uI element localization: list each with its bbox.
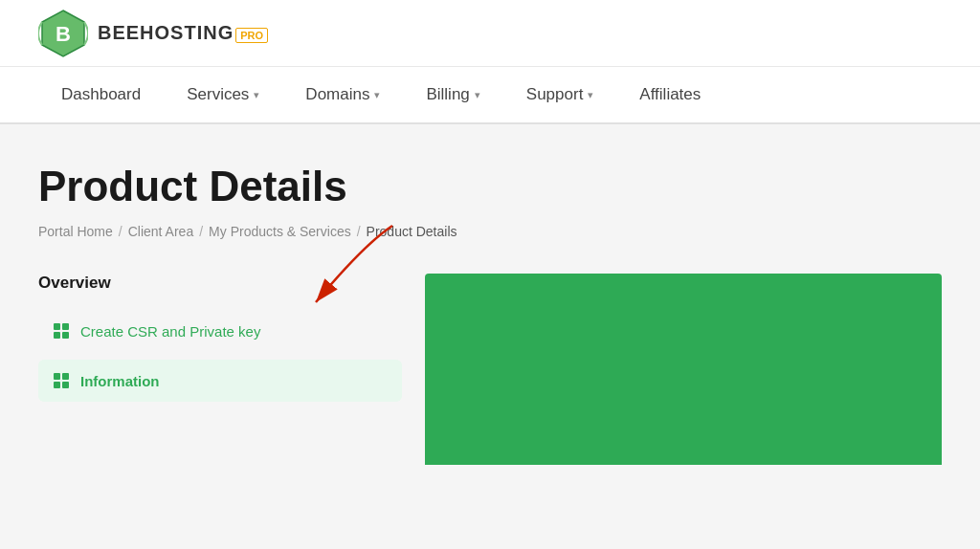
nav-item-services[interactable]: Services ▾ [164,66,282,123]
chevron-down-icon: ▾ [475,89,480,101]
nav-item-domains[interactable]: Domains ▾ [282,66,403,123]
chevron-down-icon: ▾ [374,89,380,101]
svg-text:B: B [56,21,71,45]
right-panel-green [425,274,942,465]
logo-pro-badge: PRO [235,28,268,43]
menu-item-information[interactable]: Information [38,360,402,402]
overview-heading: Overview [38,274,402,293]
breadcrumb-current: Product Details [367,224,457,239]
breadcrumb: Portal Home / Client Area / My Products … [38,224,942,239]
menu-item-label: Create CSR and Private key [80,323,260,340]
page-title: Product Details [38,163,942,210]
nav-item-dashboard[interactable]: Dashboard [38,66,164,123]
breadcrumb-client-area[interactable]: Client Area [128,224,193,239]
breadcrumb-sep-2: / [199,224,203,239]
chevron-down-icon: ▾ [588,89,593,101]
breadcrumb-my-products[interactable]: My Products & Services [209,224,351,239]
nav-item-affiliates[interactable]: Affiliates [616,66,724,123]
header: B BEEHOSTING PRO [0,0,980,67]
nav-item-support[interactable]: Support ▾ [503,66,617,123]
navbar: Dashboard Services ▾ Domains ▾ Billing ▾… [0,67,980,124]
breadcrumb-sep-3: / [357,224,361,239]
breadcrumb-sep-1: / [119,224,122,239]
breadcrumb-portal-home[interactable]: Portal Home [38,224,113,239]
logo-area[interactable]: B BEEHOSTING PRO [38,9,268,58]
page-background: Product Details Portal Home / Client Are… [0,124,980,549]
logo-text: BEEHOSTING PRO [98,22,268,44]
nav-item-billing[interactable]: Billing ▾ [403,66,502,123]
logo-bee-text: BEEHOSTING [98,22,234,44]
menu-item-create-csr[interactable]: Create CSR and Private key [38,310,402,352]
nav-items: Dashboard Services ▾ Domains ▾ Billing ▾… [38,66,942,123]
menu-item-label-active: Information [80,373,160,389]
grid-icon [52,321,71,340]
left-panel: Overview C [38,274,402,409]
chevron-down-icon: ▾ [254,89,259,101]
logo-icon: B [38,9,88,58]
content-area: Overview C [38,274,942,465]
grid-icon-active [52,371,71,390]
